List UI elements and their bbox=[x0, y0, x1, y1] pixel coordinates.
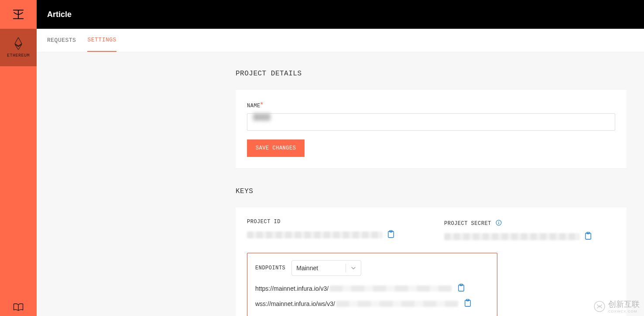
top-bar: Article bbox=[37, 0, 644, 29]
keys-card: PROJECT ID PROJECT SECRET bbox=[236, 207, 627, 316]
page-title: Article bbox=[47, 10, 72, 19]
project-secret-info-button[interactable] bbox=[496, 220, 502, 226]
sidebar-bottom-docs[interactable] bbox=[0, 299, 37, 316]
copy-project-secret-button[interactable] bbox=[585, 232, 592, 241]
tab-requests[interactable]: REQUESTS bbox=[47, 29, 76, 51]
tab-settings[interactable]: SETTINGS bbox=[87, 29, 116, 52]
svg-point-3 bbox=[499, 221, 500, 222]
chevron-down-icon bbox=[350, 265, 356, 271]
project-id-value-redacted bbox=[247, 231, 382, 238]
sidebar-item-ethereum[interactable]: ETHEREUM bbox=[0, 29, 37, 66]
brand-logo[interactable] bbox=[0, 0, 37, 29]
project-secret-label: PROJECT SECRET bbox=[444, 221, 491, 227]
select-divider bbox=[346, 264, 346, 272]
endpoint-wss-prefix: wss://mainnet.infura.io/ws/v3/ bbox=[255, 300, 335, 307]
clipboard-icon bbox=[387, 230, 394, 238]
name-input[interactable] bbox=[247, 113, 615, 131]
keys-heading: KEYS bbox=[236, 187, 627, 195]
sidebar-item-label: ETHEREUM bbox=[7, 53, 30, 58]
copy-endpoint-https-button[interactable] bbox=[458, 284, 465, 293]
infura-logo-icon bbox=[12, 8, 24, 20]
project-secret-block: PROJECT SECRET bbox=[444, 219, 615, 241]
keys-grid: PROJECT ID PROJECT SECRET bbox=[247, 219, 615, 241]
left-rail: ETHEREUM bbox=[0, 0, 37, 316]
project-id-block: PROJECT ID bbox=[247, 219, 418, 241]
clipboard-icon bbox=[458, 284, 465, 292]
project-id-label: PROJECT ID bbox=[247, 219, 418, 225]
project-secret-value-redacted bbox=[444, 233, 579, 240]
tabs-row: REQUESTS SETTINGS bbox=[37, 29, 644, 52]
info-icon bbox=[496, 220, 502, 226]
project-details-heading: PROJECT DETAILS bbox=[236, 70, 627, 78]
endpoint-https-row: https://mainnet.infura.io/v3/ bbox=[255, 284, 489, 293]
copy-endpoint-wss-button[interactable] bbox=[464, 299, 471, 308]
svg-rect-4 bbox=[499, 222, 499, 224]
network-select[interactable]: Mainnet bbox=[291, 260, 361, 276]
endpoint-https-id-redacted bbox=[329, 285, 452, 292]
clipboard-icon bbox=[464, 299, 471, 307]
name-label: NAME bbox=[247, 103, 260, 109]
copy-project-id-button[interactable] bbox=[387, 230, 394, 240]
network-select-value: Mainnet bbox=[296, 265, 318, 272]
book-icon bbox=[13, 303, 24, 311]
project-details-card: NAME* ████ SAVE CHANGES bbox=[236, 90, 627, 168]
endpoints-highlight-box: ENDPOINTS Mainnet https://mainnet.infura… bbox=[247, 253, 497, 316]
endpoints-label: ENDPOINTS bbox=[255, 265, 285, 271]
name-field: NAME* ████ bbox=[247, 101, 615, 131]
endpoint-wss-id-redacted bbox=[336, 301, 458, 307]
clipboard-icon bbox=[585, 232, 592, 240]
main-content: PROJECT DETAILS NAME* ████ SAVE CHANGES … bbox=[37, 52, 644, 316]
ethereum-icon bbox=[14, 37, 23, 50]
endpoint-wss-row: wss://mainnet.infura.io/ws/v3/ bbox=[255, 299, 489, 308]
endpoint-https-prefix: https://mainnet.infura.io/v3/ bbox=[255, 285, 329, 292]
required-star: * bbox=[260, 101, 263, 109]
save-changes-button[interactable]: SAVE CHANGES bbox=[247, 139, 305, 157]
